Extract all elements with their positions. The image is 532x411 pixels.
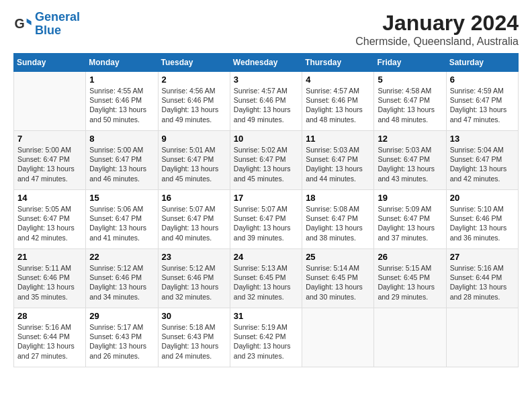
day-number: 1 <box>89 75 154 85</box>
main-title: January 2024 <box>355 11 519 36</box>
day-number: 17 <box>234 193 298 203</box>
day-number: 21 <box>17 252 82 262</box>
week-row-0: 1Sunrise: 4:55 AM Sunset: 6:46 PM Daylig… <box>14 72 519 131</box>
cell-content: Sunrise: 4:57 AM Sunset: 6:46 PM Dayligh… <box>306 86 370 124</box>
calendar-cell <box>446 308 518 367</box>
week-row-1: 7Sunrise: 5:00 AM Sunset: 6:47 PM Daylig… <box>14 131 519 190</box>
calendar-cell: 25Sunrise: 5:14 AM Sunset: 6:45 PM Dayli… <box>302 249 374 308</box>
calendar-cell: 12Sunrise: 5:03 AM Sunset: 6:47 PM Dayli… <box>374 131 446 190</box>
calendar-cell: 3Sunrise: 4:57 AM Sunset: 6:46 PM Daylig… <box>230 72 302 131</box>
calendar-cell: 24Sunrise: 5:13 AM Sunset: 6:45 PM Dayli… <box>230 249 302 308</box>
cell-content: Sunrise: 5:07 AM Sunset: 6:47 PM Dayligh… <box>162 204 226 242</box>
day-number: 28 <box>17 311 82 321</box>
calendar-cell: 13Sunrise: 5:04 AM Sunset: 6:47 PM Dayli… <box>446 131 518 190</box>
calendar-cell: 5Sunrise: 4:58 AM Sunset: 6:47 PM Daylig… <box>374 72 446 131</box>
day-number: 31 <box>234 311 298 321</box>
calendar-cell: 10Sunrise: 5:02 AM Sunset: 6:47 PM Dayli… <box>230 131 302 190</box>
cell-content: Sunrise: 5:00 AM Sunset: 6:47 PM Dayligh… <box>89 145 154 183</box>
cell-content: Sunrise: 5:12 AM Sunset: 6:46 PM Dayligh… <box>89 263 154 302</box>
cell-content: Sunrise: 5:15 AM Sunset: 6:45 PM Dayligh… <box>378 263 442 302</box>
header-thursday: Thursday <box>302 54 374 72</box>
logo-icon: G <box>13 15 32 34</box>
cell-content: Sunrise: 5:19 AM Sunset: 6:42 PM Dayligh… <box>234 322 298 361</box>
svg-text:G: G <box>14 15 24 30</box>
cell-content: Sunrise: 4:59 AM Sunset: 6:47 PM Dayligh… <box>450 86 515 124</box>
day-number: 30 <box>162 311 226 321</box>
cell-content: Sunrise: 5:14 AM Sunset: 6:45 PM Dayligh… <box>306 263 370 302</box>
day-number: 29 <box>89 311 154 321</box>
day-number: 20 <box>450 193 515 203</box>
cell-content: Sunrise: 5:06 AM Sunset: 6:47 PM Dayligh… <box>89 204 154 242</box>
calendar-cell: 30Sunrise: 5:18 AM Sunset: 6:43 PM Dayli… <box>158 308 230 367</box>
cell-content: Sunrise: 5:16 AM Sunset: 6:44 PM Dayligh… <box>17 322 82 361</box>
calendar-cell: 8Sunrise: 5:00 AM Sunset: 6:47 PM Daylig… <box>86 131 158 190</box>
calendar-cell: 20Sunrise: 5:10 AM Sunset: 6:46 PM Dayli… <box>446 190 518 249</box>
calendar-cell: 26Sunrise: 5:15 AM Sunset: 6:45 PM Dayli… <box>374 249 446 308</box>
day-number: 10 <box>234 134 298 144</box>
day-number: 15 <box>89 193 154 203</box>
day-number: 26 <box>378 252 442 262</box>
cell-content: Sunrise: 4:56 AM Sunset: 6:46 PM Dayligh… <box>162 86 226 124</box>
logo-line2: Blue <box>35 24 80 38</box>
calendar-cell: 6Sunrise: 4:59 AM Sunset: 6:47 PM Daylig… <box>446 72 518 131</box>
day-number: 27 <box>450 252 515 262</box>
subtitle: Chermside, Queensland, Australia <box>355 36 519 48</box>
week-row-2: 14Sunrise: 5:05 AM Sunset: 6:47 PM Dayli… <box>14 190 519 249</box>
calendar-cell: 19Sunrise: 5:09 AM Sunset: 6:47 PM Dayli… <box>374 190 446 249</box>
calendar-cell: 18Sunrise: 5:08 AM Sunset: 6:47 PM Dayli… <box>302 190 374 249</box>
header: G General Blue January 2024 Chermside, Q… <box>13 11 519 48</box>
calendar-cell: 1Sunrise: 4:55 AM Sunset: 6:46 PM Daylig… <box>86 72 158 131</box>
calendar-cell <box>14 72 86 131</box>
cell-content: Sunrise: 5:16 AM Sunset: 6:44 PM Dayligh… <box>450 263 515 302</box>
logo: G General Blue <box>13 11 80 38</box>
day-number: 19 <box>378 193 442 203</box>
day-number: 24 <box>234 252 298 262</box>
cell-content: Sunrise: 5:11 AM Sunset: 6:46 PM Dayligh… <box>17 263 82 302</box>
day-number: 13 <box>450 134 515 144</box>
calendar-cell: 9Sunrise: 5:01 AM Sunset: 6:47 PM Daylig… <box>158 131 230 190</box>
header-row: SundayMondayTuesdayWednesdayThursdayFrid… <box>14 54 519 72</box>
day-number: 4 <box>306 75 370 85</box>
calendar-cell: 4Sunrise: 4:57 AM Sunset: 6:46 PM Daylig… <box>302 72 374 131</box>
cell-content: Sunrise: 5:05 AM Sunset: 6:47 PM Dayligh… <box>17 204 82 242</box>
day-number: 3 <box>234 75 298 85</box>
cell-content: Sunrise: 4:55 AM Sunset: 6:46 PM Dayligh… <box>89 86 154 124</box>
cell-content: Sunrise: 5:09 AM Sunset: 6:47 PM Dayligh… <box>378 204 442 242</box>
header-tuesday: Tuesday <box>158 54 230 72</box>
day-number: 11 <box>306 134 370 144</box>
calendar-body: 1Sunrise: 4:55 AM Sunset: 6:46 PM Daylig… <box>14 72 519 367</box>
day-number: 16 <box>162 193 226 203</box>
calendar-cell: 21Sunrise: 5:11 AM Sunset: 6:46 PM Dayli… <box>14 249 86 308</box>
day-number: 12 <box>378 134 442 144</box>
header-monday: Monday <box>86 54 158 72</box>
cell-content: Sunrise: 5:18 AM Sunset: 6:43 PM Dayligh… <box>162 322 226 361</box>
logo-line1: General <box>35 10 80 24</box>
cell-content: Sunrise: 5:12 AM Sunset: 6:46 PM Dayligh… <box>162 263 226 302</box>
calendar-cell: 14Sunrise: 5:05 AM Sunset: 6:47 PM Dayli… <box>14 190 86 249</box>
cell-content: Sunrise: 5:03 AM Sunset: 6:47 PM Dayligh… <box>306 145 370 183</box>
day-number: 14 <box>17 193 82 203</box>
cell-content: Sunrise: 5:02 AM Sunset: 6:47 PM Dayligh… <box>234 145 298 183</box>
header-wednesday: Wednesday <box>230 54 302 72</box>
week-row-4: 28Sunrise: 5:16 AM Sunset: 6:44 PM Dayli… <box>14 308 519 367</box>
calendar-cell: 28Sunrise: 5:16 AM Sunset: 6:44 PM Dayli… <box>14 308 86 367</box>
day-number: 2 <box>162 75 226 85</box>
day-number: 9 <box>162 134 226 144</box>
day-number: 25 <box>306 252 370 262</box>
day-number: 23 <box>162 252 226 262</box>
calendar-cell: 7Sunrise: 5:00 AM Sunset: 6:47 PM Daylig… <box>14 131 86 190</box>
calendar-cell: 2Sunrise: 4:56 AM Sunset: 6:46 PM Daylig… <box>158 72 230 131</box>
calendar-cell: 16Sunrise: 5:07 AM Sunset: 6:47 PM Dayli… <box>158 190 230 249</box>
cell-content: Sunrise: 5:03 AM Sunset: 6:47 PM Dayligh… <box>378 145 442 183</box>
cell-content: Sunrise: 5:13 AM Sunset: 6:45 PM Dayligh… <box>234 263 298 302</box>
cell-content: Sunrise: 5:08 AM Sunset: 6:47 PM Dayligh… <box>306 204 370 242</box>
svg-marker-1 <box>27 18 32 25</box>
cell-content: Sunrise: 4:57 AM Sunset: 6:46 PM Dayligh… <box>234 86 298 124</box>
cell-content: Sunrise: 4:58 AM Sunset: 6:47 PM Dayligh… <box>378 86 442 124</box>
calendar-cell <box>302 308 374 367</box>
cell-content: Sunrise: 5:07 AM Sunset: 6:47 PM Dayligh… <box>234 204 298 242</box>
calendar-cell <box>374 308 446 367</box>
calendar-header: SundayMondayTuesdayWednesdayThursdayFrid… <box>14 54 519 72</box>
calendar-cell: 23Sunrise: 5:12 AM Sunset: 6:46 PM Dayli… <box>158 249 230 308</box>
title-block: January 2024 Chermside, Queensland, Aust… <box>355 11 519 48</box>
